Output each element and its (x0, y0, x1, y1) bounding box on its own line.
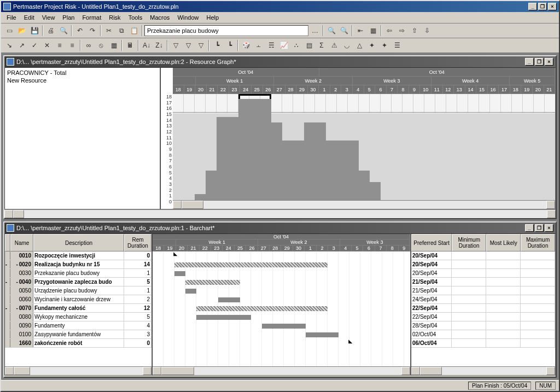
risk-icon[interactable]: ⚠ (328, 39, 340, 51)
task-search-input[interactable] (144, 25, 308, 36)
unlink-icon[interactable]: ↗ (16, 39, 28, 51)
h-scrollbar[interactable] (173, 200, 555, 209)
table-row[interactable]: 20/Sep/04 (411, 269, 555, 278)
table-row[interactable]: 0010Rozpoczęcie inwestycji0 (5, 251, 151, 260)
link-icon[interactable]: ↘ (3, 39, 15, 51)
break-icon[interactable]: ⦸ (95, 39, 107, 51)
extras-grid[interactable]: Preferred Start Minimum Duration Most Li… (411, 233, 556, 376)
table-row[interactable]: 02/Oct/04 (411, 330, 555, 339)
col-name[interactable]: Name (10, 234, 33, 251)
cross-icon[interactable]: ✕ (41, 39, 53, 51)
calc-icon[interactable]: 🖩 (124, 39, 136, 51)
new-icon[interactable]: ▭ (3, 25, 15, 37)
table-row[interactable]: 0080Wykopy mechaniczne5 (5, 313, 151, 321)
gantt-h-scrollbar[interactable] (153, 366, 410, 375)
menu-format[interactable]: Format (79, 13, 104, 22)
scatter-icon[interactable]: ∴ (290, 39, 302, 51)
table-row[interactable]: 28/Sep/04 (411, 321, 555, 330)
col-most[interactable]: Most Likely (486, 234, 521, 251)
grid-h-scrollbar[interactable] (5, 366, 151, 375)
filter-icon[interactable]: ▽ (170, 39, 182, 51)
table-row[interactable]: 20/Sep/04 (411, 260, 555, 269)
table-row[interactable]: 0040Przygotowanie zaplecza budo5 (5, 278, 151, 286)
redo-icon[interactable]: ↷ (86, 25, 98, 37)
sort-desc-icon[interactable]: Z↓ (153, 39, 165, 51)
goto-start-icon[interactable]: ⇤ (354, 25, 366, 37)
save-icon[interactable]: 💾 (28, 25, 40, 37)
validate-icon[interactable]: ✓ (28, 39, 40, 51)
zoom-out-icon[interactable]: 🔍 (338, 25, 350, 37)
child1-close-button[interactable]: × (545, 58, 553, 66)
goto-today-icon[interactable]: ▦ (367, 25, 379, 37)
col-desc[interactable]: Description (33, 234, 124, 251)
table-row[interactable]: 22/Sep/04 (411, 313, 555, 321)
barchart-titlebar[interactable]: D:\... \pertmaster_zrzuty\Untitled Plan1… (4, 223, 556, 233)
curve-icon[interactable]: ◡ (341, 39, 353, 51)
table-row[interactable]: 21/Sep/04 (411, 286, 555, 295)
dist-icon[interactable]: △ (353, 39, 365, 51)
indent-icon[interactable]: ≡ (66, 39, 78, 51)
col-min[interactable]: Minimum Duration (452, 234, 486, 251)
open-icon[interactable]: 📂 (16, 25, 28, 37)
menu-window[interactable]: Window (174, 13, 202, 22)
left-h-scrollbar[interactable] (4, 209, 556, 218)
table-row[interactable]: 24/Sep/04 (411, 295, 555, 304)
gantt-panel[interactable]: Oct '04 Week 1Week 2Week 3 1819202122232… (152, 233, 411, 376)
resource-graph-titlebar[interactable]: D:\... \pertmaster_zrzuty\Untitled Plan1… (4, 56, 556, 67)
menu-edit[interactable]: Edit (21, 13, 38, 22)
print-icon[interactable]: 🖨 (45, 25, 57, 37)
copy-icon[interactable]: ⧉ (115, 25, 127, 37)
col-pref[interactable]: Preferred Start (411, 234, 452, 251)
table-row[interactable]: 06/Oct/04 (411, 339, 555, 348)
sort-asc-icon[interactable]: A↓ (141, 39, 153, 51)
arrow-right-icon[interactable]: ⇨ (396, 25, 408, 37)
trend-icon[interactable]: 📈 (278, 39, 290, 51)
child1-min-button[interactable]: _ (525, 58, 534, 66)
col-max[interactable]: Maximum Duration (521, 234, 555, 251)
network-icon[interactable]: ┗ (224, 39, 236, 51)
filter2-icon[interactable]: ▽ (182, 39, 194, 51)
resource-item-total[interactable]: PRACOWNICY - Total (6, 69, 159, 77)
menu-plan[interactable]: Plan (59, 13, 78, 22)
table-row[interactable]: 0030Przekazanie placu budowy1 (5, 269, 151, 278)
resource-list[interactable]: PRACOWNICY - Total New Resource (4, 67, 160, 209)
child1-max-button[interactable]: ❐ (535, 58, 544, 66)
child2-min-button[interactable]: _ (525, 224, 534, 232)
child2-max-button[interactable]: ❐ (535, 224, 544, 232)
report-icon[interactable]: ▤ (303, 39, 315, 51)
table-row[interactable]: 0090Fundamenty4 (5, 321, 151, 330)
child2-close-button[interactable]: × (545, 224, 553, 232)
menu-risk[interactable]: Risk (106, 13, 124, 22)
sigma-icon[interactable]: Σ (316, 39, 328, 51)
arrow-left-icon[interactable]: ⇦ (383, 25, 395, 37)
minimize-button[interactable]: _ (528, 3, 537, 10)
arrow-down-icon[interactable]: ⇩ (421, 25, 433, 37)
app-titlebar[interactable]: Pertmaster Project Risk - Untitled Plan1… (1, 1, 559, 12)
search-go-icon[interactable]: … (309, 25, 321, 37)
filter3-icon[interactable]: ▽ (195, 39, 207, 51)
table-row[interactable]: 0070Fundamenty całość12 (5, 304, 151, 313)
close-button[interactable]: × (548, 3, 557, 10)
table-row[interactable]: 1660zakończenie robót0 (5, 339, 151, 348)
menu-help[interactable]: Help (203, 13, 223, 22)
preview-icon[interactable]: 🔍 (57, 25, 69, 37)
undo-icon[interactable]: ↶ (74, 25, 86, 37)
table-row[interactable]: 20/Sep/04 (411, 251, 555, 260)
table-row[interactable]: 21/Sep/04 (411, 278, 555, 286)
menu-view[interactable]: View (39, 13, 59, 22)
zoom-in-icon[interactable]: 🔍 (325, 25, 337, 37)
table-row[interactable]: 0100Zasypywanie fundamentów3 (5, 330, 151, 339)
dice-icon[interactable]: 🎲 (240, 39, 252, 51)
table-row[interactable]: 22/Sep/04 (411, 304, 555, 313)
table-row[interactable]: 0020Realizacja budynku nr 1514 (5, 260, 151, 269)
task-grid[interactable]: Name Description Rem Duration 0010Rozpoc… (4, 233, 152, 376)
outdent-icon[interactable]: ≡ (54, 39, 66, 51)
tornado-icon[interactable]: ☴ (265, 39, 277, 51)
menu-macros[interactable]: Macros (147, 13, 173, 22)
arrow-up-icon[interactable]: ⇧ (409, 25, 421, 37)
extras-h-scrollbar[interactable] (411, 366, 555, 375)
hierarchy-icon[interactable]: ┗ (211, 39, 223, 51)
grid-icon[interactable]: ▦ (108, 39, 120, 51)
resource-item-new[interactable]: New Resource (6, 77, 159, 84)
menu-tools[interactable]: Tools (125, 13, 146, 22)
